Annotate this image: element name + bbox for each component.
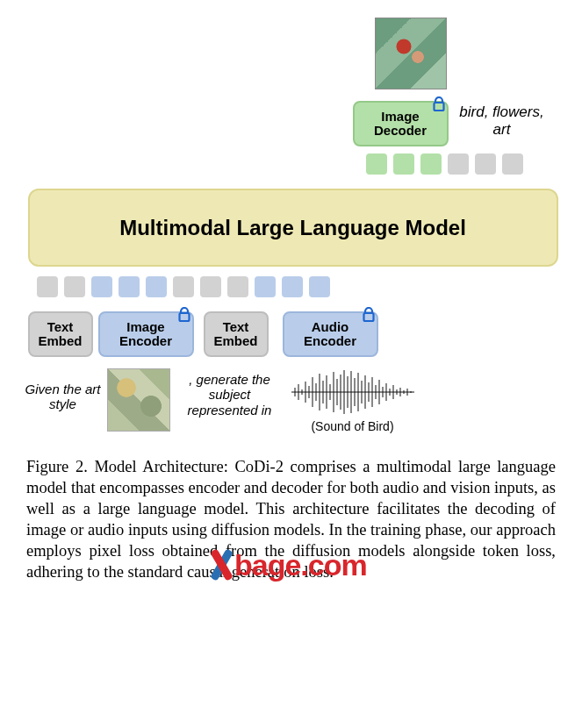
text-embed-label: TextEmbed <box>38 320 82 349</box>
lock-icon <box>177 307 190 319</box>
audio-encoder-label: AudioEncoder <box>304 320 356 349</box>
figure-caption: Figure 2. Model Architecture: CoDi-2 com… <box>26 456 556 582</box>
token <box>448 153 469 175</box>
mllm-label: Multimodal Large Language Model <box>119 216 466 240</box>
token <box>420 153 442 175</box>
token <box>309 276 330 297</box>
svg-rect-0 <box>434 103 443 111</box>
audio-caption: (Sound of Bird) <box>291 419 414 433</box>
text-embed-box-1: TextEmbed <box>28 311 93 357</box>
token <box>282 276 303 297</box>
audio-waveform <box>291 368 414 417</box>
lock-icon <box>362 307 374 319</box>
prompt-text-1: Given the art style <box>24 382 103 412</box>
caption-text: Figure 2. Model Architecture: CoDi-2 com… <box>26 458 556 581</box>
token <box>200 276 221 297</box>
token <box>173 276 194 297</box>
token <box>119 276 140 297</box>
image-encoder-label: ImageEncoder <box>119 320 172 349</box>
svg-rect-1 <box>179 313 189 321</box>
token <box>227 276 248 297</box>
token <box>64 276 85 297</box>
image-decoder-label: ImageDecoder <box>374 110 427 139</box>
token <box>502 153 523 175</box>
svg-rect-2 <box>363 313 373 321</box>
token <box>393 153 414 175</box>
token <box>37 276 58 297</box>
art-style-image <box>107 368 170 432</box>
text-embed-box-2: TextEmbed <box>204 311 269 357</box>
token <box>91 276 112 297</box>
prompt-text-2: , generate the subject represented in <box>173 372 287 418</box>
decoder-output-caption: bird, flowers, art <box>458 103 546 138</box>
token <box>146 276 167 297</box>
lock-icon <box>432 96 444 109</box>
output-token-row <box>366 153 523 175</box>
input-token-row <box>37 276 330 297</box>
generated-image <box>375 18 447 89</box>
token <box>366 153 387 175</box>
token <box>255 276 276 297</box>
text-embed-label: TextEmbed <box>213 320 257 349</box>
token <box>475 153 496 175</box>
mllm-box: Multimodal Large Language Model <box>28 189 558 267</box>
